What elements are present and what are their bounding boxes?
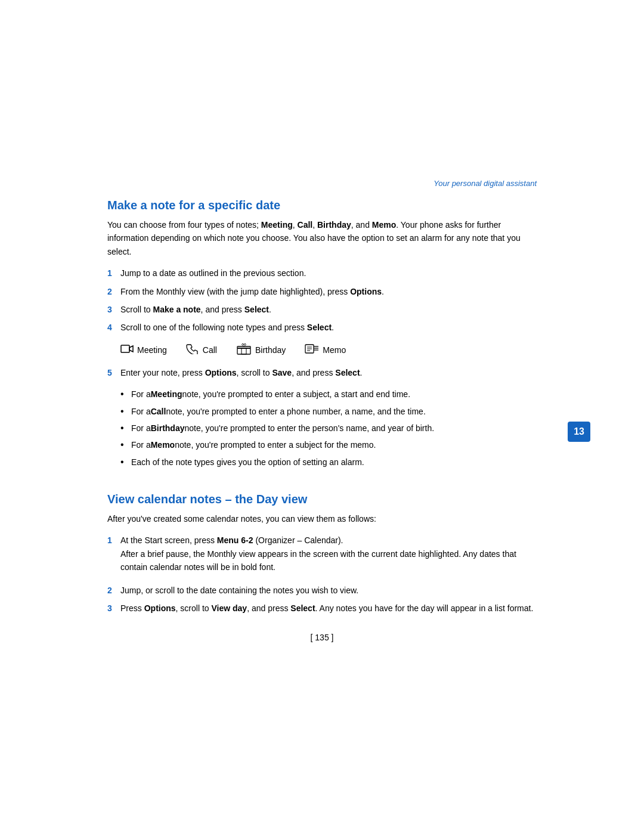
content-area: Your personal digital assistant Make a n… (107, 0, 537, 690)
section1-steps: 1 Jump to a date as outlined in the prev… (107, 267, 537, 335)
note-types-row: Meeting Call (120, 343, 537, 358)
bullets-section: For a Meeting note, you're prompted to e… (107, 388, 537, 481)
step-4: 4 Scroll to one of the following note ty… (107, 321, 537, 334)
bullet-list: For a Meeting note, you're prompted to e… (120, 388, 537, 472)
section1-title: Make a note for a specific date (107, 199, 537, 212)
memo-label: Memo (323, 345, 346, 355)
birthday-label: Birthday (255, 345, 286, 355)
meeting-icon (120, 343, 134, 357)
bullet-memo: For a Memo note, you're prompted to ente… (120, 438, 537, 451)
step-1: 1 Jump to a date as outlined in the prev… (107, 267, 537, 280)
section2-step-1-subtext: After a brief pause, the Monthly view ap… (120, 547, 537, 574)
page: Your personal digital assistant Make a n… (0, 0, 644, 833)
section2-step-3: 3 Press Options, scroll to View day, and… (107, 602, 537, 615)
svg-rect-4 (237, 346, 250, 348)
step-2: 2 From the Monthly view (with the jump d… (107, 285, 537, 298)
note-type-memo: Memo (305, 343, 346, 357)
tagline: Your personal digital assistant (107, 179, 537, 188)
call-icon (186, 343, 199, 357)
note-type-meeting: Meeting (120, 343, 167, 357)
meeting-label: Meeting (137, 345, 167, 355)
call-label: Call (203, 345, 217, 355)
birthday-icon (236, 343, 252, 358)
svg-marker-1 (129, 346, 133, 352)
bullet-meeting: For a Meeting note, you're prompted to e… (120, 388, 537, 401)
section2-step-2: 2 Jump, or scroll to the date containing… (107, 584, 537, 597)
memo-icon (305, 343, 319, 357)
bullet-alarm: Each of the note types gives you the opt… (120, 456, 537, 469)
svg-rect-3 (242, 348, 246, 354)
section2-step-1: 1 At the Start screen, press Menu 6-2 (O… (107, 534, 537, 578)
section1-intro: You can choose from four types of notes;… (107, 218, 537, 258)
note-type-birthday: Birthday (236, 343, 286, 358)
step-5: 5 Enter your note, press Options, scroll… (107, 366, 537, 379)
section2-steps: 1 At the Start screen, press Menu 6-2 (O… (107, 534, 537, 615)
section1-step5: 5 Enter your note, press Options, scroll… (107, 366, 537, 379)
note-type-call: Call (186, 343, 217, 357)
page-number: [ 135 ] (107, 633, 537, 642)
section2-intro: After you've created some calendar notes… (107, 512, 537, 525)
bullet-call: For a Call note, you're prompted to ente… (120, 405, 537, 418)
svg-rect-0 (121, 345, 129, 352)
bullet-birthday: For a Birthday note, you're prompted to … (120, 422, 537, 435)
svg-rect-2 (237, 348, 250, 354)
chapter-badge: 13 (568, 422, 590, 442)
section2-title: View calendar notes – the Day view (107, 493, 537, 506)
step-3: 3 Scroll to Make a note, and press Selec… (107, 303, 537, 316)
